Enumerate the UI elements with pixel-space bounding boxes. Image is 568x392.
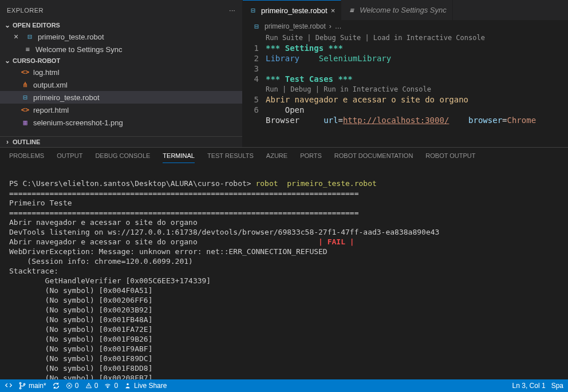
editor-area: ⊟ primeiro_teste.robot × ≡ Welcome to Se…	[243, 0, 568, 147]
tab-settings-sync[interactable]: ≡ Welcome to Settings Sync	[341, 0, 453, 20]
terminal-output[interactable]: PS C:\Users\elielton.santos\Desktop\ALUR…	[0, 163, 568, 379]
file-item[interactable]: <>log.html	[0, 66, 242, 78]
svg-point-5	[127, 383, 129, 386]
breadcrumb[interactable]: ⊟ primeiro_teste.robot › …	[243, 20, 568, 33]
svg-point-0	[19, 382, 21, 384]
html-file-icon: <>	[21, 106, 30, 114]
close-icon[interactable]: ×	[331, 6, 336, 15]
chevron-right-icon: ›	[329, 22, 332, 30]
panel-tab-terminal[interactable]: TERMINAL	[163, 152, 195, 163]
settings-icon: ≡	[23, 45, 32, 53]
sync-button[interactable]	[52, 382, 60, 390]
html-file-icon: <>	[21, 68, 30, 76]
status-bar: main* 0 0 0 Live Share Ln 3, Col 1 Spa	[0, 379, 568, 392]
panel-tab-problems[interactable]: PROBLEMS	[9, 152, 44, 163]
chevron-down-icon: ⌄	[3, 21, 11, 29]
folder-header[interactable]: ⌄ CURSO-ROBOT	[0, 56, 242, 66]
robot-file-icon: ⊟	[249, 6, 258, 14]
live-share-button[interactable]: Live Share	[124, 382, 167, 390]
xml-file-icon: ⋔	[21, 81, 30, 89]
more-icon[interactable]: ···	[229, 7, 235, 14]
editor-tabs: ⊟ primeiro_teste.robot × ≡ Welcome to Se…	[243, 0, 568, 20]
svg-point-1	[19, 387, 21, 389]
file-item[interactable]: ▦selenium-screenshot-1.png	[0, 116, 242, 129]
problems-indicator[interactable]: 0 0	[66, 382, 98, 390]
file-item[interactable]: ⊟primeiro_teste.robot	[0, 91, 242, 104]
ports-indicator[interactable]: 0	[104, 382, 118, 390]
file-item[interactable]: ⋔output.xml	[0, 78, 242, 91]
open-editor-item[interactable]: ≡ Welcome to Settings Sync	[0, 43, 242, 56]
indentation[interactable]: Spa	[551, 382, 563, 390]
panel-tab-robot-documentation[interactable]: ROBOT DOCUMENTATION	[334, 152, 413, 163]
bottom-panel: PROBLEMSOUTPUTDEBUG CONSOLETERMINALTEST …	[0, 147, 568, 379]
svg-point-4	[108, 387, 109, 388]
panel-tab-ports[interactable]: PORTS	[300, 152, 322, 163]
robot-file-icon: ⊟	[21, 93, 30, 101]
panel-tab-debug-console[interactable]: DEBUG CONSOLE	[95, 152, 150, 163]
settings-icon: ≡	[347, 6, 356, 14]
panel-tab-output[interactable]: OUTPUT	[57, 152, 82, 163]
code-lens[interactable]: Run Suite | Debug Suite | Load in Intera…	[266, 33, 568, 43]
panel-tabs: PROBLEMSOUTPUTDEBUG CONSOLETERMINALTEST …	[0, 148, 568, 163]
explorer-title: EXPLORER	[7, 7, 44, 14]
chevron-right-icon: ›	[3, 138, 11, 146]
cursor-position[interactable]: Ln 3, Col 1	[512, 382, 546, 390]
open-editors-header[interactable]: ⌄ OPEN EDITORS	[0, 20, 242, 30]
explorer-sidebar: EXPLORER ··· ⌄ OPEN EDITORS × ⊟ primeiro…	[0, 0, 243, 147]
remote-button[interactable]	[5, 382, 13, 390]
file-item[interactable]: <>report.html	[0, 104, 242, 116]
code-lens[interactable]: Run | Debug | Run in Interactive Console	[266, 84, 568, 94]
robot-file-icon: ⊟	[252, 22, 261, 30]
code-editor[interactable]: 1234 56 Run Suite | Debug Suite | Load i…	[243, 33, 568, 125]
close-icon[interactable]: ×	[14, 32, 22, 41]
outline-header[interactable]: › OUTLINE	[0, 136, 242, 147]
robot-file-icon: ⊟	[25, 33, 34, 41]
open-editor-item[interactable]: × ⊟ primeiro_teste.robot	[0, 30, 242, 43]
panel-tab-robot-output[interactable]: ROBOT OUTPUT	[425, 152, 475, 163]
tab-primeiro-teste[interactable]: ⊟ primeiro_teste.robot ×	[243, 0, 341, 20]
panel-tab-test-results[interactable]: TEST RESULTS	[207, 152, 254, 163]
chevron-down-icon: ⌄	[3, 57, 11, 65]
line-gutter: 1234 56	[243, 33, 266, 125]
svg-point-2	[23, 383, 25, 385]
image-file-icon: ▦	[21, 118, 30, 126]
panel-tab-azure[interactable]: AZURE	[266, 152, 287, 163]
branch-indicator[interactable]: main*	[18, 382, 46, 390]
